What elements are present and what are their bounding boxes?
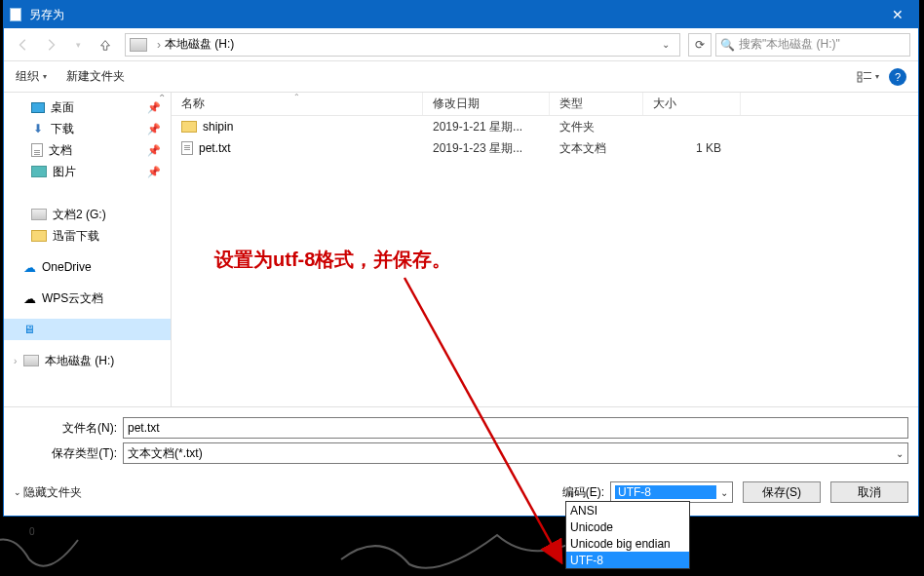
svg-rect-3 <box>858 78 862 82</box>
drive-icon <box>23 355 39 366</box>
column-type[interactable]: 类型 <box>550 93 643 115</box>
window-title: 另存为 <box>29 7 64 23</box>
sidebar-item-label: 下载 <box>51 121 74 137</box>
sidebar-item-label: 文档 <box>49 142 72 159</box>
encoding-option-unicode-be[interactable]: Unicode big endian <box>566 535 689 552</box>
column-size[interactable]: 大小 <box>643 93 741 115</box>
refresh-button[interactable]: ⟳ <box>688 33 712 57</box>
close-button[interactable]: ✕ <box>877 1 918 28</box>
sidebar-item-label: 图片 <box>53 164 76 180</box>
save-button[interactable]: 保存(S) <box>743 481 821 503</box>
pin-icon: 📌 <box>147 101 161 114</box>
file-size: 1 KB <box>643 141 741 155</box>
pin-icon: 📌 <box>147 144 161 157</box>
file-date: 2019-1-23 星期... <box>423 140 550 157</box>
notepad-icon <box>10 8 21 21</box>
back-button[interactable] <box>12 33 35 57</box>
recent-dropdown[interactable]: ▾ <box>66 33 90 57</box>
save-as-dialog: 另存为 ✕ ▾ › 本地磁盘 (H:) ⌄ ⟳ 🔍 搜索"本地磁盘 (H:)" … <box>3 0 919 517</box>
textfile-icon <box>181 141 193 155</box>
onedrive-icon: ☁ <box>23 260 36 275</box>
column-name[interactable]: ⌃ 名称 <box>172 93 423 115</box>
command-bar: 组织▾ 新建文件夹 ▾ ? <box>4 61 918 93</box>
breadcrumb-location[interactable]: 本地磁盘 (H:) <box>165 36 234 53</box>
sidebar-item-wps[interactable]: ☁ WPS云文档 <box>4 288 171 309</box>
sidebar-item-label: 桌面 <box>51 99 74 116</box>
sidebar-item-thunder[interactable]: 迅雷下载 <box>4 225 171 247</box>
chevron-down-icon: ⌄ <box>14 487 21 497</box>
address-chevron[interactable]: ⌄ <box>656 39 675 50</box>
file-row[interactable]: shipin2019-1-21 星期...文件夹 <box>172 116 918 137</box>
encoding-option-unicode[interactable]: Unicode <box>566 518 689 535</box>
svg-rect-4 <box>864 78 871 79</box>
document-icon <box>31 143 43 157</box>
hide-folders-toggle[interactable]: ⌄ 隐藏文件夹 <box>14 484 82 501</box>
sidebar-item-onedrive[interactable]: ☁ OneDrive <box>4 256 171 278</box>
sidebar-item-desktop[interactable]: 桌面 📌 <box>4 96 171 118</box>
encoding-label: 编码(E): <box>562 484 604 501</box>
filename-label: 文件名(N): <box>14 420 123 437</box>
address-bar[interactable]: › 本地磁盘 (H:) ⌄ <box>125 33 680 57</box>
svg-text:0: 0 <box>29 526 35 537</box>
nav-row: ▾ › 本地磁盘 (H:) ⌄ ⟳ 🔍 搜索"本地磁盘 (H:)" <box>4 28 918 61</box>
sidebar-item-docs2[interactable]: 文档2 (G:) <box>4 204 171 225</box>
breadcrumb-sep: › <box>157 38 161 52</box>
file-type: 文本文档 <box>550 140 643 157</box>
column-headers: ⌃ 名称 修改日期 类型 大小 <box>172 93 918 116</box>
filename-form: 文件名(N): pet.txt 保存类型(T): 文本文档(*.txt) ⌄ <box>4 406 918 474</box>
cancel-button[interactable]: 取消 <box>830 481 908 503</box>
chevron-down-icon: ⌄ <box>896 448 904 459</box>
nav-sidebar: ⌃ 桌面 📌 ⬇ 下载 📌 文档 📌 图片 📌 <box>4 93 172 406</box>
encoding-option-utf8[interactable]: UTF-8 <box>566 552 689 568</box>
svg-rect-2 <box>864 72 871 73</box>
chevron-right-icon[interactable]: › <box>14 356 17 366</box>
drive-icon <box>31 209 47 220</box>
dialog-buttons: ⌄ 隐藏文件夹 编码(E): UTF-8 ⌄ 保存(S) 取消 <box>4 474 918 509</box>
thispc-icon: 🖥 <box>23 323 35 336</box>
sort-indicator-icon: ⌃ <box>293 93 300 101</box>
help-button[interactable]: ? <box>889 68 906 86</box>
sidebar-item-documents[interactable]: 文档 📌 <box>4 139 171 161</box>
pin-icon: 📌 <box>147 123 161 135</box>
titlebar[interactable]: 另存为 ✕ <box>4 1 918 28</box>
svg-rect-1 <box>858 72 862 76</box>
file-type: 文件夹 <box>550 119 643 135</box>
search-input[interactable]: 🔍 搜索"本地磁盘 (H:)" <box>715 33 910 57</box>
new-folder-button[interactable]: 新建文件夹 <box>66 68 125 85</box>
desktop-icon <box>31 102 45 113</box>
download-icon: ⬇ <box>31 122 45 135</box>
search-placeholder: 搜索"本地磁盘 (H:)" <box>739 36 840 53</box>
encoding-dropdown[interactable]: ANSI Unicode Unicode big endian UTF-8 <box>565 501 690 569</box>
sidebar-item-drive-h[interactable]: › 本地磁盘 (H:) <box>4 350 171 371</box>
drive-icon <box>130 38 147 52</box>
column-date[interactable]: 修改日期 <box>423 93 550 115</box>
sidebar-item-label: 本地磁盘 (H:) <box>45 353 114 369</box>
pin-icon: 📌 <box>147 166 161 178</box>
sidebar-item-blank[interactable] <box>4 182 171 204</box>
view-options[interactable]: ▾ <box>857 71 879 83</box>
encoding-option-ansi[interactable]: ANSI <box>566 502 689 518</box>
file-row[interactable]: pet.txt2019-1-23 星期...文本文档1 KB <box>172 137 918 159</box>
encoding-combo[interactable]: UTF-8 ⌄ <box>610 481 733 503</box>
sidebar-item-pictures[interactable]: 图片 📌 <box>4 161 171 182</box>
filename-input[interactable]: pet.txt <box>123 417 908 439</box>
sidebar-item-downloads[interactable]: ⬇ 下载 📌 <box>4 118 171 139</box>
folder-icon <box>181 121 197 133</box>
file-date: 2019-1-21 星期... <box>423 119 550 135</box>
sidebar-item-label: OneDrive <box>42 260 92 274</box>
pictures-icon <box>31 166 47 177</box>
file-name: shipin <box>203 120 233 134</box>
sidebar-item-thispc[interactable]: 🖥 <box>4 319 171 340</box>
sidebar-item-label: WPS云文档 <box>42 290 103 307</box>
search-icon: 🔍 <box>720 38 735 52</box>
savetype-label: 保存类型(T): <box>14 445 123 462</box>
forward-button[interactable] <box>39 33 62 57</box>
savetype-combo[interactable]: 文本文档(*.txt) ⌄ <box>123 442 908 464</box>
sidebar-item-label: 文档2 (G:) <box>53 207 106 223</box>
wps-cloud-icon: ☁ <box>23 291 36 306</box>
folder-icon <box>31 230 47 242</box>
up-button[interactable] <box>94 33 117 57</box>
organize-menu[interactable]: 组织▾ <box>16 68 47 85</box>
sidebar-item-label: 迅雷下载 <box>53 228 99 245</box>
chevron-down-icon: ⌄ <box>716 487 728 498</box>
